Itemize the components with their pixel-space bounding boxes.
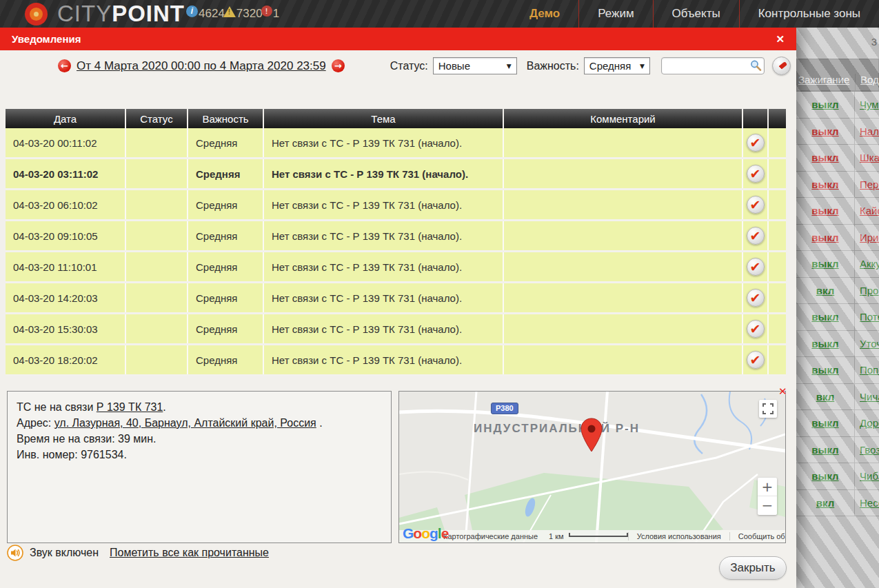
menu-item[interactable]: Контрольные зоны <box>739 0 879 28</box>
ignition-toggle-link[interactable]: выкл <box>811 470 838 482</box>
scale-bar <box>569 533 628 537</box>
vehicle-row: выкл Акку <box>796 251 879 278</box>
driver-link[interactable]: Чича <box>860 391 879 403</box>
mark-read-check-icon[interactable]: ✔ <box>747 165 765 183</box>
ignition-toggle-link[interactable]: выкл <box>811 258 838 270</box>
driver-link[interactable]: Поте <box>860 311 879 323</box>
date-range-link[interactable]: От 4 Марта 2020 00:00 по 4 Марта 2020 23… <box>77 59 326 73</box>
notification-row[interactable]: 04-03-20 00:11:02 Средняя Нет связи с ТС… <box>6 128 786 159</box>
map-marker-icon[interactable] <box>580 418 603 452</box>
driver-link[interactable]: Уточ <box>860 338 879 349</box>
ignition-toggle-link[interactable]: выкл <box>811 179 838 190</box>
driver-link[interactable]: Кайс <box>860 205 879 216</box>
status-select[interactable]: Новые ▼ <box>433 57 517 74</box>
status-filter-label: Статус: <box>390 60 428 72</box>
sound-status-label: Звук включен <box>30 547 99 559</box>
driver-link[interactable]: Чум <box>860 99 879 110</box>
column-header-driver[interactable]: Вод <box>855 74 879 90</box>
ignition-toggle-link[interactable]: вкл <box>816 497 834 509</box>
notifications-table-header: Дата Статус Важность Тема Комментарий <box>6 109 786 128</box>
column-header-ignition[interactable]: Зажигание <box>797 74 855 90</box>
driver-link[interactable]: Гвоз <box>860 444 879 456</box>
next-day-button[interactable]: → <box>332 59 345 72</box>
driver-link[interactable]: Акку <box>860 258 879 270</box>
column-header-ack <box>743 109 769 128</box>
column-header-date[interactable]: Дата <box>6 109 126 128</box>
driver-link[interactable]: Про <box>860 285 878 296</box>
report-error-link[interactable]: Сообщить об ошибке на карте <box>729 532 786 540</box>
ignition-toggle-link[interactable]: вкл <box>816 285 834 296</box>
address-link[interactable]: ул. Лазурная, 40, Барнаул, Алтайский кра… <box>54 417 316 429</box>
ignition-toggle-link[interactable]: выкл <box>811 99 838 110</box>
mark-all-read-link[interactable]: Пометить все как прочитанные <box>110 547 269 559</box>
mark-read-check-icon[interactable]: ✔ <box>747 227 765 245</box>
ignition-toggle-link[interactable]: выкл <box>811 125 838 137</box>
ignition-toggle-link[interactable]: выкл <box>811 364 838 376</box>
driver-link[interactable]: Доро <box>860 417 879 429</box>
column-header-comment[interactable]: Комментарий <box>504 109 743 128</box>
vehicle-link[interactable]: Р 139 ТК 731 <box>97 401 163 413</box>
zoom-in-button[interactable]: + <box>758 478 777 496</box>
driver-link[interactable]: Нали <box>860 125 879 137</box>
alert-badge[interactable]: ! 1 <box>261 7 279 21</box>
close-icon[interactable]: ✕ <box>776 33 785 45</box>
sound-on-icon[interactable] <box>7 545 23 561</box>
map-panel[interactable]: Р380 ИНДУСТРИАЛЬНЫЙ Р-Н + − Картографиче… <box>398 391 786 543</box>
ignition-toggle-link[interactable]: выкл <box>811 232 838 243</box>
mark-read-check-icon[interactable]: ✔ <box>747 134 765 152</box>
search-icon[interactable] <box>749 59 762 72</box>
notification-row[interactable]: 04-03-20 09:10:05 Средняя Нет связи с ТС… <box>6 221 786 252</box>
notification-row[interactable]: 04-03-20 03:11:02 Средняя Нет связи с ТС… <box>6 159 786 190</box>
ignition-toggle-link[interactable]: выкл <box>811 205 838 216</box>
menu-item[interactable]: Режим <box>578 0 652 28</box>
notification-row[interactable]: 04-03-20 18:20:02 Средняя Нет связи с ТС… <box>6 345 786 376</box>
ignition-toggle-link[interactable]: выкл <box>811 417 838 429</box>
google-logo: Google <box>403 525 448 542</box>
importance-select[interactable]: Средняя ▼ <box>584 57 650 74</box>
mark-read-check-icon[interactable]: ✔ <box>747 289 765 307</box>
notifications-table: Дата Статус Важность Тема Комментарий 04… <box>6 109 786 376</box>
notification-status <box>126 190 188 219</box>
column-header-status[interactable]: Статус <box>126 109 188 128</box>
ignition-toggle-link[interactable]: вкл <box>816 391 834 403</box>
ignition-toggle-link[interactable]: выкл <box>811 444 838 456</box>
mark-read-check-icon[interactable]: ✔ <box>747 258 765 276</box>
mark-read-check-icon[interactable]: ✔ <box>747 196 765 214</box>
driver-link[interactable]: Попе <box>860 364 879 376</box>
main-menu: Демо Режим Объекты Контрольные зоны <box>511 0 879 28</box>
vehicle-row: выкл Гвоз <box>796 437 879 464</box>
terms-link[interactable]: Условия использования <box>628 532 729 540</box>
driver-link[interactable]: Чибз <box>860 470 879 482</box>
fullscreen-button[interactable] <box>759 400 777 418</box>
menu-item[interactable]: Объекты <box>653 0 739 28</box>
driver-link[interactable]: Шка <box>860 152 879 163</box>
column-header-extra <box>769 109 786 128</box>
vehicle-row: выкл Попе <box>796 357 879 384</box>
notification-row[interactable]: 04-03-20 11:10:01 Средняя Нет связи с ТС… <box>6 252 786 283</box>
driver-link[interactable]: Несо <box>860 497 879 509</box>
notification-row[interactable]: 04-03-20 15:30:03 Средняя Нет связи с ТС… <box>6 314 786 345</box>
ignition-toggle-link[interactable]: выкл <box>811 338 838 349</box>
reset-filter-button[interactable] <box>772 57 791 75</box>
ignition-toggle-link[interactable]: выкл <box>811 311 838 323</box>
mark-read-check-icon[interactable]: ✔ <box>747 320 765 338</box>
zoom-out-button[interactable]: − <box>758 496 777 515</box>
ignition-toggle-link[interactable]: выкл <box>811 152 838 163</box>
driver-link[interactable]: Пере <box>860 179 879 190</box>
column-header-importance[interactable]: Важность <box>188 109 264 128</box>
info-badge[interactable]: i 4624 <box>186 7 225 21</box>
notification-comment <box>504 128 743 157</box>
notification-row[interactable]: 04-03-20 14:20:03 Средняя Нет связи с ТС… <box>6 283 786 314</box>
importance-select-value: Средняя <box>589 60 631 72</box>
prev-day-button[interactable]: ← <box>58 59 71 72</box>
details-close-icon[interactable]: ✕ <box>778 385 787 398</box>
warning-badge[interactable]: ! 7320 <box>223 7 263 21</box>
mark-read-check-icon[interactable]: ✔ <box>747 351 765 369</box>
modal-header: Уведомления ✕ <box>0 28 796 50</box>
driver-link[interactable]: Ирис <box>860 232 879 243</box>
details-line-inventory: Инв. номер: 9761534. <box>17 447 382 463</box>
column-header-subject[interactable]: Тема <box>264 109 504 128</box>
close-modal-button[interactable]: Закрыть <box>719 556 787 580</box>
menu-item[interactable]: Демо <box>511 0 578 28</box>
notification-row[interactable]: 04-03-20 06:10:02 Средняя Нет связи с ТС… <box>6 190 786 221</box>
